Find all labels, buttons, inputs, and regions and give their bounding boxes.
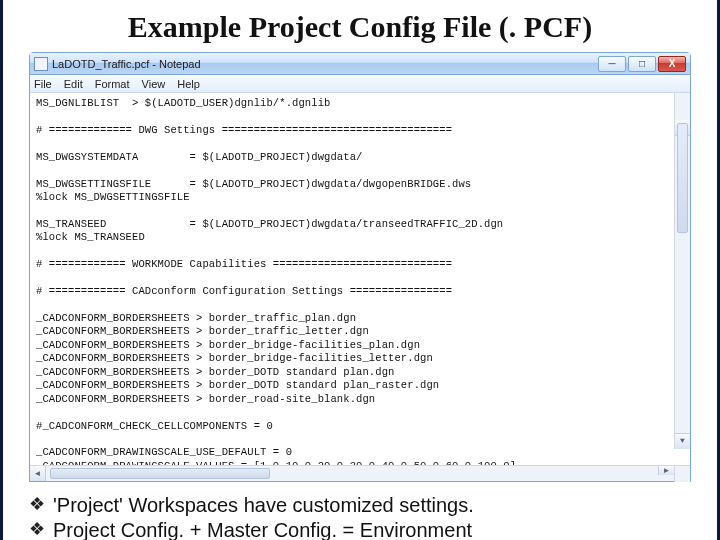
notepad-window: LaDOTD_Traffic.pcf - Notepad ─ □ X File …: [29, 52, 691, 482]
bullet-text: Project Config. + Master Config. = Envir…: [53, 519, 472, 540]
scroll-thumb-horizontal[interactable]: [50, 468, 270, 479]
window-title: LaDOTD_Traffic.pcf - Notepad: [52, 58, 598, 70]
vertical-scrollbar[interactable]: ▲ ▼: [674, 93, 690, 449]
maximize-button[interactable]: □: [628, 56, 656, 72]
menu-help[interactable]: Help: [177, 78, 200, 90]
scroll-down-icon[interactable]: ▼: [675, 433, 690, 449]
scroll-thumb-vertical[interactable]: [677, 123, 688, 233]
slide-title: Example Project Config File (. PCF): [29, 10, 691, 44]
menu-view[interactable]: View: [142, 78, 166, 90]
scroll-corner: [674, 466, 690, 482]
menu-edit[interactable]: Edit: [64, 78, 83, 90]
scroll-right-icon[interactable]: ►: [658, 466, 674, 475]
titlebar[interactable]: LaDOTD_Traffic.pcf - Notepad ─ □ X: [30, 53, 690, 75]
list-item: ❖ Project Config. + Master Config. = Env…: [29, 519, 691, 540]
list-item: ❖ 'Project' Workspaces have customized s…: [29, 494, 691, 517]
bullet-text: 'Project' Workspaces have customized set…: [53, 494, 474, 517]
minimize-button[interactable]: ─: [598, 56, 626, 72]
close-button[interactable]: X: [658, 56, 686, 72]
menu-format[interactable]: Format: [95, 78, 130, 90]
editor-content[interactable]: MS_DGNLIBLIST > $(LADOTD_USER)dgnlib/*.d…: [30, 93, 690, 465]
app-icon: [34, 57, 48, 71]
horizontal-scrollbar[interactable]: ◄ ►: [30, 465, 690, 481]
bullet-list: ❖ 'Project' Workspaces have customized s…: [29, 494, 691, 540]
diamond-bullet-icon: ❖: [29, 494, 45, 516]
diamond-bullet-icon: ❖: [29, 519, 45, 540]
menubar: File Edit Format View Help: [30, 75, 690, 93]
menu-file[interactable]: File: [34, 78, 52, 90]
scroll-left-icon[interactable]: ◄: [30, 466, 46, 481]
editor-text[interactable]: MS_DGNLIBLIST > $(LADOTD_USER)dgnlib/*.d…: [36, 97, 686, 465]
